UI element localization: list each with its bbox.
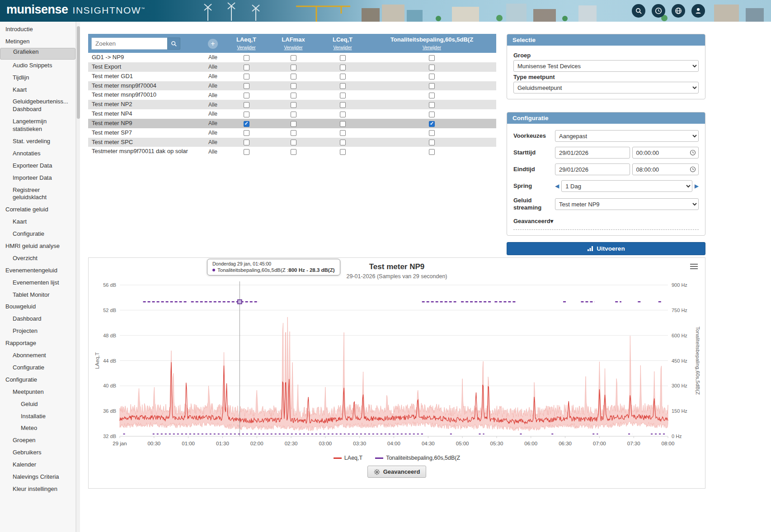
checkbox-test-meter-msnp9f70004-tonaliteitsbepaling-60s-5db-z[interactable] [429,83,435,89]
checkbox-test-meter-np2-tonaliteitsbepaling-60s-5db-z[interactable] [429,102,435,108]
uitvoeren-button[interactable]: Uitvoeren [507,242,705,255]
sidebar-item-geluid[interactable]: Geluid [0,398,75,411]
alle-link[interactable]: Alle [202,54,224,61]
geluid-streaming-select[interactable]: Test meter NP9 [555,198,699,210]
sidebar-item-groepen[interactable]: Groepen [0,434,75,447]
checkbox-test-meter-msnp9f70010-laeq-t[interactable] [244,93,249,98]
sidebar-item-configuratie[interactable]: Configuratie [0,362,75,374]
table-row-test-meter-np2[interactable]: Test meter NP2Alle [88,100,496,109]
sidebar-item-langetermijn-statistieken[interactable]: Langetermijn statistieken [0,116,75,135]
voorkeuzes-select[interactable]: Aangepast [555,130,699,142]
verwijder-link[interactable]: Verwijder [333,45,352,50]
sidebar-item-rapportage[interactable]: Rapportage [0,337,75,350]
checkbox-test-meter-np4-laeq-t[interactable] [244,112,249,117]
geavanceerd-toggle[interactable]: Geavanceerd▾ [513,218,553,224]
checkbox-test-meter-gd1-lceq-t[interactable] [340,74,346,79]
verwijder-link[interactable]: Verwijder [284,45,302,50]
sidebar-item-configuratie[interactable]: Configuratie [0,374,75,386]
checkbox-test-meter-np2-lceq-t[interactable] [340,102,346,108]
checkbox-test-meter-np9-lceq-t[interactable] [340,121,346,127]
starttijd-date-input[interactable] [555,147,630,159]
checkbox-test-export-lceq-t[interactable] [340,65,346,70]
checkbox-test-meter-np2-laeq-t[interactable] [244,102,249,108]
verwijder-link[interactable]: Verwijder [237,45,255,50]
table-row-testmeter-msnp9f70011-dak-op-solar[interactable]: Testmeter msnp9f70011 dak op solarAlle [88,147,496,156]
sidebar-item-meetpunten[interactable]: Meetpunten [0,386,75,398]
sidebar-item-stat-verdeling[interactable]: Stat. verdeling [0,135,75,148]
sidebar-item-bouwgeluid[interactable]: Bouwgeluid [0,301,75,313]
checkbox-test-meter-gd1-lafmax[interactable] [291,74,296,79]
clock-icon[interactable] [652,4,665,18]
eindtijd-time-input[interactable] [632,163,699,175]
type-meetpunt-select[interactable]: Geluidsmeetpunt [513,82,699,93]
sidebar-item-metingen[interactable]: Metingen [0,36,75,48]
sidebar-item-evenementengeluid[interactable]: Evenementengeluid [0,265,75,277]
checkbox-testmeter-msnp9f70011-dak-op-solar-lafmax[interactable] [291,149,296,155]
alle-link[interactable]: Alle [202,130,224,136]
chart-geavanceerd-button[interactable]: Geavanceerd [367,466,427,478]
sidebar-item-introductie[interactable]: Introductie [0,23,75,36]
checkbox-test-meter-msnp9f70010-tonaliteitsbepaling-60s-5db-z[interactable] [429,93,435,98]
checkbox-test-meter-msnp9f70004-lafmax[interactable] [291,83,296,89]
spring-forward-icon[interactable]: ▶ [695,183,699,189]
alle-link[interactable]: Alle [202,139,224,145]
sidebar-item-installatie[interactable]: Installatie [0,411,75,423]
sidebar-item-audio-snippets[interactable]: Audio Snippets [0,60,75,72]
checkbox-test-meter-msnp9f70004-laeq-t[interactable] [244,83,249,89]
table-row-test-meter-spc[interactable]: Test meter SPCAlle [88,138,496,147]
sidebar-item-grafieken[interactable]: Grafieken [0,48,75,60]
legend-item-laeq-t[interactable]: LAeq,T [334,455,362,461]
checkbox-gd1-np9-lceq-t[interactable] [340,55,346,61]
sidebar-item-importeer-data[interactable]: Importeer Data [0,172,75,184]
checkbox-test-export-laeq-t[interactable] [244,65,249,70]
sidebar-scrollbar[interactable] [76,22,80,532]
sidebar-item-kleur-instellingen[interactable]: Kleur instellingen [0,483,75,495]
alle-link[interactable]: Alle [202,64,224,70]
checkbox-gd1-np9-lafmax[interactable] [291,55,296,61]
chart-menu-icon[interactable] [690,264,698,271]
sidebar-item-kaart[interactable]: Kaart [0,84,75,96]
checkbox-test-meter-msnp9f70010-lafmax[interactable] [291,93,296,98]
checkbox-test-meter-sp7-lafmax[interactable] [291,130,296,136]
sidebar-item-configuratie[interactable]: Configuratie [0,228,75,240]
checkbox-test-meter-msnp9f70010-lceq-t[interactable] [340,93,346,98]
alle-link[interactable]: Alle [202,92,224,98]
sidebar-item-meteo[interactable]: Meteo [0,422,75,434]
checkbox-test-meter-spc-lceq-t[interactable] [340,140,346,145]
table-row-test-meter-msnp9f70004[interactable]: Test meter msnp9f70004Alle [88,81,496,91]
alle-link[interactable]: Alle [202,111,224,117]
globe-icon[interactable] [672,4,685,18]
checkbox-test-meter-np9-laeq-t[interactable] [244,121,249,127]
checkbox-test-export-lafmax[interactable] [291,65,296,70]
search-icon[interactable] [632,4,645,18]
sidebar-item-gebruikers[interactable]: Gebruikers [0,447,75,459]
checkbox-testmeter-msnp9f70011-dak-op-solar-lceq-t[interactable] [340,149,346,155]
sidebar-item-kaart[interactable]: Kaart [0,216,75,228]
sidebar-item-evenementen-lijst[interactable]: Evenementen lijst [0,277,75,289]
checkbox-test-meter-spc-tonaliteitsbepaling-60s-5db-z[interactable] [429,140,435,145]
checkbox-test-meter-gd1-tonaliteitsbepaling-60s-5db-z[interactable] [429,74,435,79]
checkbox-gd1-np9-tonaliteitsbepaling-60s-5db-z[interactable] [429,55,435,61]
spring-back-icon[interactable]: ◀ [555,183,559,189]
checkbox-test-meter-np4-lceq-t[interactable] [340,112,346,117]
checkbox-test-meter-np2-lafmax[interactable] [291,102,296,108]
table-row-test-export[interactable]: Test ExportAlle [88,62,496,72]
checkbox-test-meter-spc-laeq-t[interactable] [244,140,249,145]
alle-link[interactable]: Alle [202,102,224,108]
checkbox-test-meter-np4-lafmax[interactable] [291,112,296,117]
chart-plot[interactable]: 32 dB36 dB40 dB44 dB48 dB52 dB56 dB0 Hz1… [93,280,701,452]
checkbox-test-meter-np4-tonaliteitsbepaling-60s-5db-z[interactable] [429,112,435,117]
checkbox-test-meter-np9-lafmax[interactable] [291,121,296,127]
checkbox-test-meter-sp7-laeq-t[interactable] [244,130,249,136]
alle-link[interactable]: Alle [202,83,224,89]
sidebar-item-registreer-geluidsklacht[interactable]: Registreer geluidsklacht [0,184,75,204]
checkbox-gd1-np9-laeq-t[interactable] [244,55,249,61]
checkbox-test-meter-np9-tonaliteitsbepaling-60s-5db-z[interactable] [429,121,435,127]
table-row-test-meter-msnp9f70010[interactable]: Test meter msnp9f70010Alle [88,90,496,100]
checkbox-test-meter-spc-lafmax[interactable] [291,140,296,145]
sidebar-item-tijdlijn[interactable]: Tijdlijn [0,72,75,84]
sidebar-item-geluidgebeurteniss-dashboard[interactable]: Geluidgebeurteniss... Dashboard [0,96,75,116]
alle-link[interactable]: Alle [202,120,224,126]
sidebar-item-correlatie-geluid[interactable]: Correlatie geluid [0,204,75,216]
sidebar-item-annotaties[interactable]: Annotaties [0,148,75,160]
